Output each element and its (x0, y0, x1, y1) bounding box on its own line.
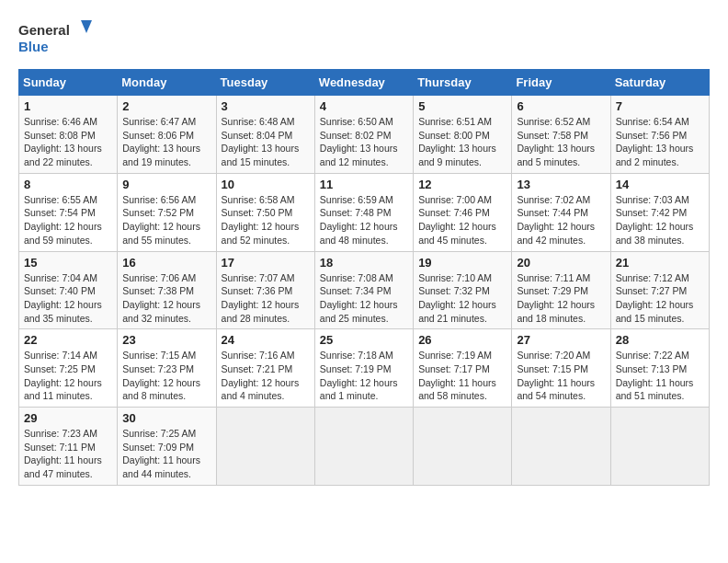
calendar-cell: 21Sunrise: 7:12 AM Sunset: 7:27 PM Dayli… (610, 251, 709, 329)
calendar-cell: 6Sunrise: 6:52 AM Sunset: 7:58 PM Daylig… (512, 96, 610, 174)
calendar-cell: 30Sunrise: 7:25 AM Sunset: 7:09 PM Dayli… (118, 408, 216, 486)
day-number: 8 (24, 178, 112, 191)
calendar-cell: 9Sunrise: 6:56 AM Sunset: 7:52 PM Daylig… (118, 173, 216, 251)
calendar-cell: 29Sunrise: 7:23 AM Sunset: 7:11 PM Dayli… (19, 408, 118, 486)
day-number: 21 (616, 256, 704, 270)
calendar-cell (216, 408, 314, 486)
day-number: 24 (222, 333, 310, 347)
day-detail: Sunrise: 7:06 AM Sunset: 7:38 PM Dayligh… (122, 271, 210, 326)
col-header-thursday: Thursday (414, 70, 512, 96)
day-number: 10 (222, 178, 310, 191)
day-detail: Sunrise: 6:46 AM Sunset: 8:08 PM Dayligh… (24, 115, 112, 169)
day-detail: Sunrise: 7:02 AM Sunset: 7:44 PM Dayligh… (517, 193, 605, 247)
day-detail: Sunrise: 7:16 AM Sunset: 7:21 PM Dayligh… (222, 349, 310, 403)
calendar-cell: 18Sunrise: 7:08 AM Sunset: 7:34 PM Dayli… (314, 251, 413, 329)
svg-text:General: General (18, 22, 70, 38)
col-header-sunday: Sunday (19, 70, 118, 96)
calendar-cell: 1Sunrise: 6:46 AM Sunset: 8:08 PM Daylig… (19, 96, 118, 174)
day-detail: Sunrise: 6:58 AM Sunset: 7:50 PM Dayligh… (222, 193, 310, 247)
day-number: 27 (517, 333, 605, 347)
day-number: 11 (320, 178, 408, 191)
logo-svg: General Blue (18, 18, 92, 60)
day-number: 22 (24, 333, 112, 347)
col-header-monday: Monday (118, 70, 216, 96)
calendar-cell: 4Sunrise: 6:50 AM Sunset: 8:02 PM Daylig… (314, 96, 413, 174)
day-detail: Sunrise: 7:20 AM Sunset: 7:15 PM Dayligh… (517, 349, 605, 403)
day-number: 13 (517, 178, 605, 191)
day-number: 16 (122, 256, 210, 270)
calendar-cell: 10Sunrise: 6:58 AM Sunset: 7:50 PM Dayli… (216, 173, 314, 251)
day-detail: Sunrise: 7:15 AM Sunset: 7:23 PM Dayligh… (122, 349, 210, 403)
day-number: 3 (222, 99, 310, 113)
day-detail: Sunrise: 7:00 AM Sunset: 7:46 PM Dayligh… (418, 193, 506, 247)
day-detail: Sunrise: 7:22 AM Sunset: 7:13 PM Dayligh… (616, 349, 704, 403)
day-detail: Sunrise: 7:23 AM Sunset: 7:11 PM Dayligh… (24, 427, 112, 481)
calendar-cell (512, 408, 610, 486)
calendar-cell: 8Sunrise: 6:55 AM Sunset: 7:54 PM Daylig… (19, 173, 118, 251)
day-detail: Sunrise: 7:11 AM Sunset: 7:29 PM Dayligh… (517, 271, 605, 326)
calendar-cell (414, 408, 512, 486)
calendar-cell: 23Sunrise: 7:15 AM Sunset: 7:23 PM Dayli… (118, 329, 216, 408)
day-number: 28 (616, 333, 704, 347)
calendar-cell: 26Sunrise: 7:19 AM Sunset: 7:17 PM Dayli… (414, 329, 512, 408)
svg-text:Blue: Blue (18, 39, 49, 54)
day-detail: Sunrise: 6:51 AM Sunset: 8:00 PM Dayligh… (418, 115, 506, 169)
calendar-table: SundayMondayTuesdayWednesdayThursdayFrid… (18, 69, 710, 486)
day-detail: Sunrise: 7:14 AM Sunset: 7:25 PM Dayligh… (24, 349, 112, 403)
day-detail: Sunrise: 7:07 AM Sunset: 7:36 PM Dayligh… (222, 271, 310, 326)
day-number: 23 (122, 333, 210, 347)
day-detail: Sunrise: 7:12 AM Sunset: 7:27 PM Dayligh… (616, 271, 704, 326)
calendar-cell: 19Sunrise: 7:10 AM Sunset: 7:32 PM Dayli… (414, 251, 512, 329)
day-detail: Sunrise: 7:03 AM Sunset: 7:42 PM Dayligh… (616, 193, 704, 247)
day-number: 20 (517, 256, 605, 270)
day-detail: Sunrise: 7:08 AM Sunset: 7:34 PM Dayligh… (320, 271, 408, 326)
day-number: 26 (418, 333, 506, 347)
day-number: 15 (24, 256, 112, 270)
calendar-cell: 2Sunrise: 6:47 AM Sunset: 8:06 PM Daylig… (118, 96, 216, 174)
day-number: 17 (222, 256, 310, 270)
day-detail: Sunrise: 6:56 AM Sunset: 7:52 PM Dayligh… (122, 193, 210, 247)
day-detail: Sunrise: 6:50 AM Sunset: 8:02 PM Dayligh… (320, 115, 408, 169)
day-detail: Sunrise: 7:25 AM Sunset: 7:09 PM Dayligh… (122, 427, 210, 481)
calendar-cell: 17Sunrise: 7:07 AM Sunset: 7:36 PM Dayli… (216, 251, 314, 329)
svg-marker-2 (81, 20, 92, 33)
day-number: 30 (122, 411, 210, 425)
day-number: 18 (320, 256, 408, 270)
page-header: General Blue (18, 18, 710, 60)
day-detail: Sunrise: 6:47 AM Sunset: 8:06 PM Dayligh… (122, 115, 210, 169)
day-number: 2 (122, 99, 210, 113)
calendar-cell (314, 408, 413, 486)
day-number: 29 (24, 411, 112, 425)
calendar-cell: 3Sunrise: 6:48 AM Sunset: 8:04 PM Daylig… (216, 96, 314, 174)
calendar-cell: 27Sunrise: 7:20 AM Sunset: 7:15 PM Dayli… (512, 329, 610, 408)
calendar-cell: 24Sunrise: 7:16 AM Sunset: 7:21 PM Dayli… (216, 329, 314, 408)
day-detail: Sunrise: 7:04 AM Sunset: 7:40 PM Dayligh… (24, 271, 112, 326)
calendar-cell (610, 408, 709, 486)
day-detail: Sunrise: 6:59 AM Sunset: 7:48 PM Dayligh… (320, 193, 408, 247)
day-number: 12 (418, 178, 506, 191)
day-number: 5 (418, 99, 506, 113)
day-detail: Sunrise: 6:55 AM Sunset: 7:54 PM Dayligh… (24, 193, 112, 247)
col-header-tuesday: Tuesday (216, 70, 314, 96)
calendar-cell: 7Sunrise: 6:54 AM Sunset: 7:56 PM Daylig… (610, 96, 709, 174)
col-header-saturday: Saturday (610, 70, 709, 96)
calendar-cell: 11Sunrise: 6:59 AM Sunset: 7:48 PM Dayli… (314, 173, 413, 251)
day-number: 7 (616, 99, 704, 113)
calendar-cell: 5Sunrise: 6:51 AM Sunset: 8:00 PM Daylig… (414, 96, 512, 174)
day-detail: Sunrise: 7:18 AM Sunset: 7:19 PM Dayligh… (320, 349, 408, 403)
calendar-cell: 15Sunrise: 7:04 AM Sunset: 7:40 PM Dayli… (19, 251, 118, 329)
col-header-wednesday: Wednesday (314, 70, 413, 96)
calendar-cell: 20Sunrise: 7:11 AM Sunset: 7:29 PM Dayli… (512, 251, 610, 329)
calendar-cell: 28Sunrise: 7:22 AM Sunset: 7:13 PM Dayli… (610, 329, 709, 408)
calendar-cell: 13Sunrise: 7:02 AM Sunset: 7:44 PM Dayli… (512, 173, 610, 251)
day-number: 14 (616, 178, 704, 191)
calendar-cell: 14Sunrise: 7:03 AM Sunset: 7:42 PM Dayli… (610, 173, 709, 251)
col-header-friday: Friday (512, 70, 610, 96)
day-number: 19 (418, 256, 506, 270)
day-detail: Sunrise: 7:10 AM Sunset: 7:32 PM Dayligh… (418, 271, 506, 326)
logo: General Blue (18, 18, 92, 60)
day-detail: Sunrise: 6:48 AM Sunset: 8:04 PM Dayligh… (222, 115, 310, 169)
day-number: 9 (122, 178, 210, 191)
day-detail: Sunrise: 6:52 AM Sunset: 7:58 PM Dayligh… (517, 115, 605, 169)
day-detail: Sunrise: 6:54 AM Sunset: 7:56 PM Dayligh… (616, 115, 704, 169)
